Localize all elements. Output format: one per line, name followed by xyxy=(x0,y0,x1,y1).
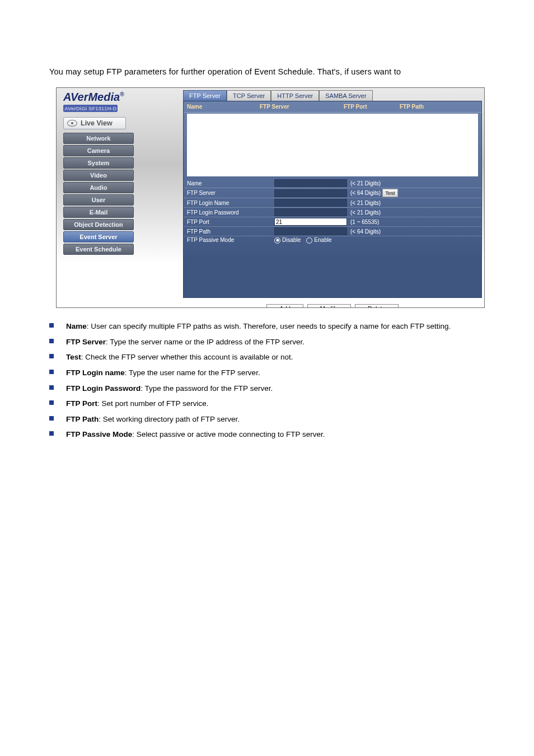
tab-http-server[interactable]: HTTP Server xyxy=(271,90,319,101)
brand-logo: AVerMedia® xyxy=(63,91,175,102)
bullet-item: FTP Port: Set port number of FTP service… xyxy=(49,396,485,411)
ftp-path-input[interactable] xyxy=(274,227,347,235)
delete-button[interactable]: Delete xyxy=(355,304,399,308)
modify-button[interactable]: Modify xyxy=(307,304,351,308)
ftp-login-name-input[interactable] xyxy=(274,199,347,207)
test-button[interactable]: Test xyxy=(382,189,397,197)
ftp-server-input[interactable] xyxy=(274,189,347,197)
bullet-item: Name: User can specify multiple FTP path… xyxy=(49,319,485,334)
passive-enable-radio[interactable]: Enable xyxy=(306,237,331,243)
bullet-square-icon xyxy=(49,370,54,374)
sidebar-item-event-server[interactable]: Event Server xyxy=(63,231,134,242)
sidebar-item-camera[interactable]: Camera xyxy=(63,145,134,156)
screenshot-area: AVerMedia® AVerDiGi SF1311H-D Live View … xyxy=(56,87,485,308)
sidebar-item-video[interactable]: Video xyxy=(63,170,134,181)
sidebar-item-system[interactable]: System xyxy=(63,157,134,169)
server-listbox[interactable] xyxy=(187,114,478,176)
sidebar-item-audio[interactable]: Audio xyxy=(63,182,134,193)
bullet-square-icon xyxy=(49,385,54,390)
bullet-item: FTP Login Password: Type the password fo… xyxy=(49,381,485,396)
sidebar-item-e-mail[interactable]: E-Mail xyxy=(63,207,134,218)
tab-tcp-server[interactable]: TCP Server xyxy=(227,90,271,101)
form-row-ftp-login-password: FTP Login Password(< 21 Digits) xyxy=(184,207,481,217)
sidebar-item-network[interactable]: Network xyxy=(63,133,134,144)
form-row-ftp-port: FTP Port(1 ~ 65535) xyxy=(184,217,481,226)
form-row-ftp-login-name: FTP Login Name(< 21 Digits) xyxy=(184,198,481,207)
intro-paragraph: You may setup FTP parameters for further… xyxy=(0,67,534,81)
bullet-square-icon xyxy=(49,354,54,358)
bullet-square-icon xyxy=(49,400,54,405)
brand-sub: AVerDiGi SF1311H-D xyxy=(63,105,118,112)
name-input[interactable] xyxy=(274,179,347,187)
bullet-square-icon xyxy=(49,416,54,421)
eye-icon xyxy=(67,120,77,127)
add-button[interactable]: Add xyxy=(266,304,303,308)
bullet-square-icon xyxy=(49,431,54,436)
sidebar-item-event-schedule[interactable]: Event Schedule xyxy=(63,244,134,255)
form-row-ftp-server: FTP Server(< 64 Digits)Test xyxy=(184,188,481,198)
bullet-square-icon xyxy=(49,323,54,328)
table-header: Name FTP Server FTP Port FTP Path xyxy=(184,101,481,113)
bullet-item: FTP Login name: Type the user name for t… xyxy=(49,366,485,380)
ftp-passive-row: FTP Passive Mode DisableEnable xyxy=(184,236,481,244)
tab-samba-server[interactable]: SAMBA Server xyxy=(319,90,372,101)
bullet-item: Test: Check the FTP server whether this … xyxy=(49,350,485,365)
ftp-login-password-input[interactable] xyxy=(274,208,347,216)
form-row-name: Name(< 21 Digits) xyxy=(184,179,481,188)
bullet-item: FTP Server: Type the server name or the … xyxy=(49,335,485,349)
bullet-item: FTP Passive Mode: Select passive or acti… xyxy=(49,427,485,442)
tab-ftp-server[interactable]: FTP Server xyxy=(183,90,227,101)
live-view-button[interactable]: Live View xyxy=(63,117,126,129)
passive-disable-radio[interactable]: Disable xyxy=(274,237,301,243)
sidebar-item-object-detection[interactable]: Object Detection xyxy=(63,219,134,230)
ftp-port-input[interactable] xyxy=(274,218,347,226)
form-row-ftp-path: FTP Path(< 64 Digits) xyxy=(184,226,481,236)
bullet-item: FTP Path: Set working directory path of … xyxy=(49,412,485,427)
bullet-square-icon xyxy=(49,339,54,343)
sidebar-item-user[interactable]: User xyxy=(63,194,134,206)
